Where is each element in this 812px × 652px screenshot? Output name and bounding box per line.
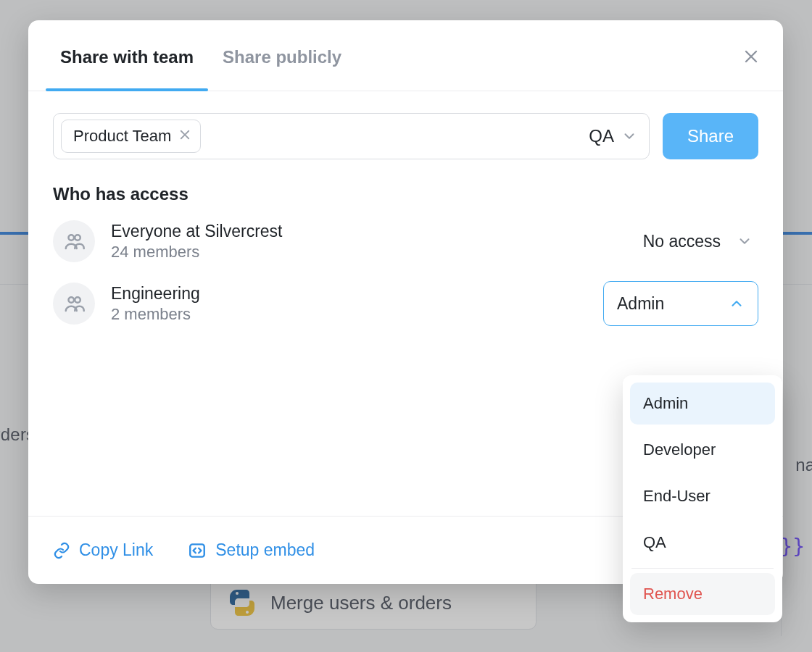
access-name: Everyone at Silvercrest bbox=[111, 222, 282, 241]
svg-rect-6 bbox=[191, 544, 205, 556]
copy-link-label: Copy Link bbox=[79, 540, 153, 560]
link-icon bbox=[53, 542, 70, 559]
setup-embed-button[interactable]: Setup embed bbox=[188, 540, 315, 560]
group-icon bbox=[53, 220, 95, 262]
access-row-team: Engineering 2 members Admin bbox=[53, 281, 758, 326]
role-option-qa[interactable]: QA bbox=[630, 522, 775, 564]
chip-label: Product Team bbox=[73, 127, 171, 146]
setup-embed-label: Setup embed bbox=[215, 540, 315, 560]
access-role-select[interactable]: No access bbox=[637, 227, 758, 256]
tab-share-team[interactable]: Share with team bbox=[46, 21, 208, 91]
role-option-admin[interactable]: Admin bbox=[630, 383, 775, 425]
new-share-role-value: QA bbox=[589, 126, 614, 146]
access-role-value: No access bbox=[643, 232, 721, 251]
role-dropdown-menu: Admin Developer End-User QA Remove bbox=[623, 375, 782, 622]
embed-icon bbox=[188, 541, 207, 560]
svg-point-2 bbox=[69, 235, 75, 241]
access-name: Engineering bbox=[111, 284, 200, 304]
svg-point-4 bbox=[69, 297, 75, 303]
svg-point-3 bbox=[75, 235, 80, 241]
svg-point-5 bbox=[75, 297, 80, 303]
close-icon bbox=[742, 48, 760, 65]
tab-share-public[interactable]: Share publicly bbox=[208, 21, 356, 91]
modal-tabs: Share with team Share publicly bbox=[28, 20, 783, 91]
share-input-row: Product Team QA Share bbox=[53, 113, 758, 159]
chevron-down-icon bbox=[737, 233, 753, 249]
access-role-value: Admin bbox=[617, 294, 664, 314]
team-search-input[interactable]: Product Team QA bbox=[53, 113, 650, 159]
group-icon bbox=[53, 283, 95, 325]
access-heading: Who has access bbox=[53, 184, 758, 204]
role-option-remove[interactable]: Remove bbox=[630, 573, 775, 615]
access-row-org: Everyone at Silvercrest 24 members No ac… bbox=[53, 220, 758, 262]
new-share-role-select[interactable]: QA bbox=[589, 126, 637, 146]
dropdown-separator bbox=[631, 568, 774, 569]
role-option-developer[interactable]: Developer bbox=[630, 429, 775, 471]
access-subtext: 2 members bbox=[111, 305, 200, 324]
chip-remove-icon[interactable] bbox=[178, 127, 191, 146]
access-list: Everyone at Silvercrest 24 members No ac… bbox=[53, 220, 758, 326]
copy-link-button[interactable]: Copy Link bbox=[53, 540, 153, 560]
selected-team-chip[interactable]: Product Team bbox=[61, 120, 201, 153]
share-button[interactable]: Share bbox=[663, 113, 758, 159]
chevron-down-icon bbox=[621, 128, 637, 144]
close-button[interactable] bbox=[738, 43, 764, 70]
chevron-up-icon bbox=[729, 296, 745, 312]
access-subtext: 24 members bbox=[111, 243, 282, 262]
role-option-end-user[interactable]: End-User bbox=[630, 475, 775, 517]
access-role-select-open[interactable]: Admin bbox=[603, 281, 758, 326]
